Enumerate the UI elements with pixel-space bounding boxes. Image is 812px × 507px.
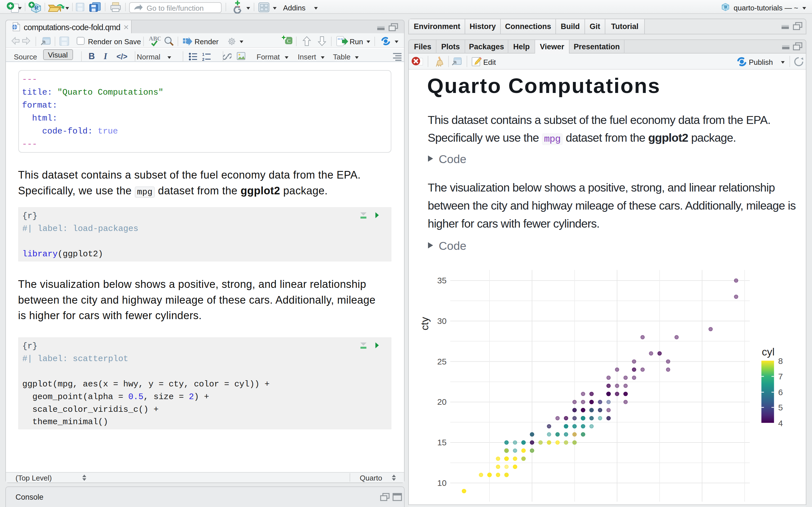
svg-text:C: C — [287, 38, 291, 44]
svg-text:1: 1 — [202, 52, 204, 57]
svg-text:2: 2 — [202, 57, 204, 61]
svg-text:ABC: ABC — [149, 36, 161, 42]
svg-text:R: R — [35, 4, 39, 11]
svg-text:R: R — [724, 4, 728, 10]
